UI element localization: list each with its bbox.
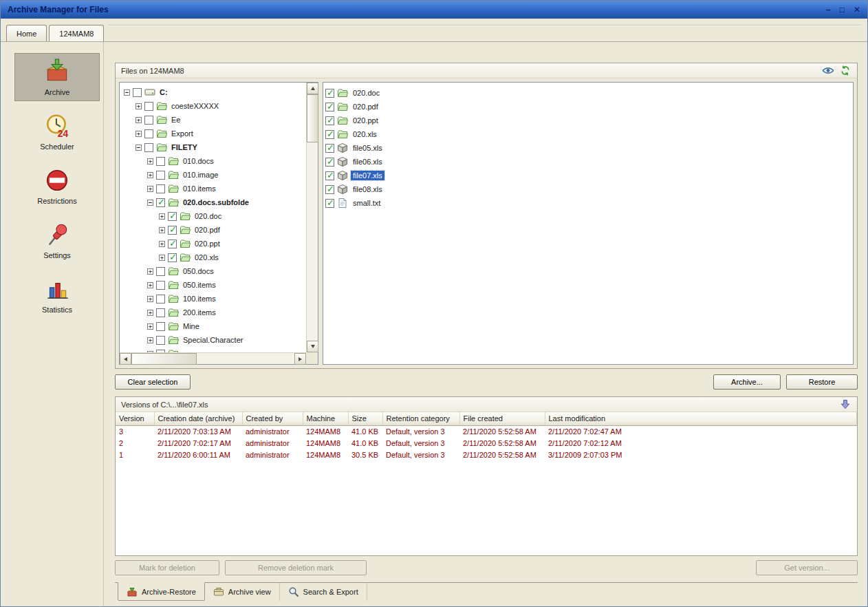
tree-item-zero[interactable]: +zero	[120, 347, 306, 352]
file-item-020-xls[interactable]: 020.xls	[325, 127, 851, 141]
tree-checkbox[interactable]	[156, 157, 165, 166]
sidebar-item-archive[interactable]: Archive	[14, 53, 100, 101]
file-checkbox[interactable]	[325, 171, 334, 180]
file-item-file06-xls[interactable]: file06.xls	[325, 155, 851, 169]
column-header-created-by[interactable]: Created by	[242, 412, 303, 425]
file-item-020-pdf[interactable]: 020.pdf	[325, 100, 851, 114]
tree-vertical-scrollbar[interactable]	[306, 83, 318, 352]
tree-item-010-image[interactable]: +010.image	[120, 168, 306, 182]
refresh-icon[interactable]	[839, 65, 851, 76]
expand-icon[interactable]: +	[159, 241, 165, 247]
tree-checkbox[interactable]	[168, 239, 177, 248]
file-item-file08-xls[interactable]: file08.xls	[325, 182, 851, 196]
clear-selection-button[interactable]: Clear selection	[115, 374, 191, 390]
tree-checkbox[interactable]	[156, 198, 165, 207]
tree-item-010-docs[interactable]: +010.docs	[120, 154, 306, 168]
tree-checkbox[interactable]	[156, 171, 165, 180]
tree-item-100-items[interactable]: +100.items	[120, 292, 306, 306]
tree-item-020-xls[interactable]: +020.xls	[120, 251, 306, 264]
collapse-icon[interactable]: −	[135, 145, 142, 151]
tree-item-special-character[interactable]: +Special.Character	[120, 333, 306, 347]
expand-icon[interactable]: +	[147, 282, 153, 288]
expand-icon[interactable]: +	[147, 323, 153, 330]
down-arrow-icon[interactable]	[839, 399, 851, 409]
tree-item-c[interactable]: −C:	[120, 85, 306, 99]
sidebar-item-restrictions[interactable]: Restrictions	[14, 162, 100, 210]
file-item-file07-xls[interactable]: file07.xls	[325, 169, 851, 182]
file-checkbox[interactable]	[325, 116, 334, 125]
preview-eye-icon[interactable]	[822, 65, 834, 76]
expand-icon[interactable]: +	[147, 310, 153, 316]
expand-icon[interactable]: +	[159, 227, 165, 233]
collapse-icon[interactable]: −	[124, 89, 130, 96]
tree-item-export[interactable]: +Export	[120, 127, 306, 140]
sidebar-item-settings[interactable]: Settings	[14, 216, 100, 264]
scrollbar-track[interactable]	[197, 353, 294, 364]
tree-item-coestexxxxx[interactable]: +coesteXXXXX	[120, 99, 306, 113]
expand-icon[interactable]: +	[135, 131, 142, 137]
expand-icon[interactable]: +	[147, 186, 153, 192]
file-checkbox[interactable]	[325, 89, 334, 98]
file-item-file05-xls[interactable]: file05.xls	[325, 141, 851, 155]
restore-button[interactable]: Restore	[786, 374, 858, 390]
expand-icon[interactable]: +	[147, 337, 153, 343]
expand-icon[interactable]: +	[159, 255, 165, 261]
file-checkbox[interactable]	[325, 144, 334, 153]
get-version-button[interactable]: Get version...	[756, 560, 858, 575]
scrollbar-track[interactable]	[307, 142, 318, 341]
tab-124mam8[interactable]: 124MAM8	[49, 25, 104, 41]
tree-checkbox[interactable]	[168, 212, 177, 221]
tree-item-020-ppt[interactable]: +020.ppt	[120, 237, 306, 251]
sidebar-item-statistics[interactable]: Statistics	[14, 270, 100, 319]
sidebar-item-scheduler[interactable]: 24Scheduler	[14, 107, 100, 156]
scroll-up-icon[interactable]	[307, 83, 318, 94]
tree-checkbox[interactable]	[156, 267, 165, 276]
tree-checkbox[interactable]	[156, 281, 165, 290]
scroll-down-icon[interactable]	[307, 341, 318, 352]
tree-checkbox[interactable]	[156, 308, 165, 317]
expand-icon[interactable]: +	[135, 117, 142, 123]
file-item-small-txt[interactable]: small.txt	[325, 196, 851, 210]
tree-horizontal-scrollbar[interactable]	[120, 352, 306, 364]
file-checkbox[interactable]	[325, 130, 334, 139]
tab-archive-restore[interactable]: Archive-Restore	[118, 582, 205, 601]
tree-item-050-docs[interactable]: +050.docs	[120, 264, 306, 278]
tree-checkbox[interactable]	[168, 226, 177, 235]
column-header-last-modification[interactable]: Last modification	[545, 412, 857, 425]
expand-icon[interactable]: +	[159, 213, 165, 220]
column-header-retention-category[interactable]: Retention category	[382, 412, 459, 425]
version-row[interactable]: 32/11/2020 7:03:13 AMadministrator124MAM…	[116, 425, 857, 437]
column-header-creation-date-archive[interactable]: Creation date (archive)	[154, 412, 242, 425]
file-item-020-ppt[interactable]: 020.ppt	[325, 114, 851, 127]
tree-checkbox[interactable]	[156, 322, 165, 331]
tree-item-mine[interactable]: +Mine	[120, 319, 306, 333]
version-row[interactable]: 12/11/2020 6:00:11 AMadministrator124MAM…	[116, 449, 857, 460]
tree-item-010-items[interactable]: +010.items	[120, 182, 306, 195]
tree-checkbox[interactable]	[156, 336, 165, 345]
column-header-size[interactable]: Size	[348, 412, 382, 425]
expand-icon[interactable]: +	[147, 268, 153, 275]
file-checkbox[interactable]	[325, 103, 334, 111]
column-header-machine[interactable]: Machine	[303, 412, 348, 425]
archive-button[interactable]: Archive...	[713, 374, 781, 390]
mark-for-deletion-button[interactable]: Mark for deletion	[115, 560, 219, 575]
scroll-left-icon[interactable]	[120, 353, 131, 365]
tree-checkbox[interactable]	[156, 295, 165, 304]
tree-checkbox[interactable]	[133, 88, 142, 97]
tab-home[interactable]: Home	[6, 25, 47, 41]
expand-icon[interactable]: +	[147, 172, 153, 178]
file-item-020-doc[interactable]: 020.doc	[325, 86, 851, 100]
tree-checkbox[interactable]	[144, 129, 153, 138]
tree-item-200-items[interactable]: +200.items	[120, 306, 306, 319]
tab-search-export[interactable]: Search & Export	[280, 583, 367, 601]
scroll-right-icon[interactable]	[294, 353, 306, 365]
column-header-file-created[interactable]: File created	[459, 412, 545, 425]
tab-archive-view[interactable]: Archive view	[205, 583, 280, 601]
tree-checkbox[interactable]	[144, 143, 153, 152]
tree-checkbox[interactable]	[144, 116, 153, 125]
maximize-button[interactable]: □	[840, 6, 845, 14]
minimize-button[interactable]: –	[826, 6, 831, 14]
tree-checkbox[interactable]	[144, 102, 153, 111]
tree-checkbox[interactable]	[168, 253, 177, 262]
tree-item-050-items[interactable]: +050.items	[120, 278, 306, 292]
